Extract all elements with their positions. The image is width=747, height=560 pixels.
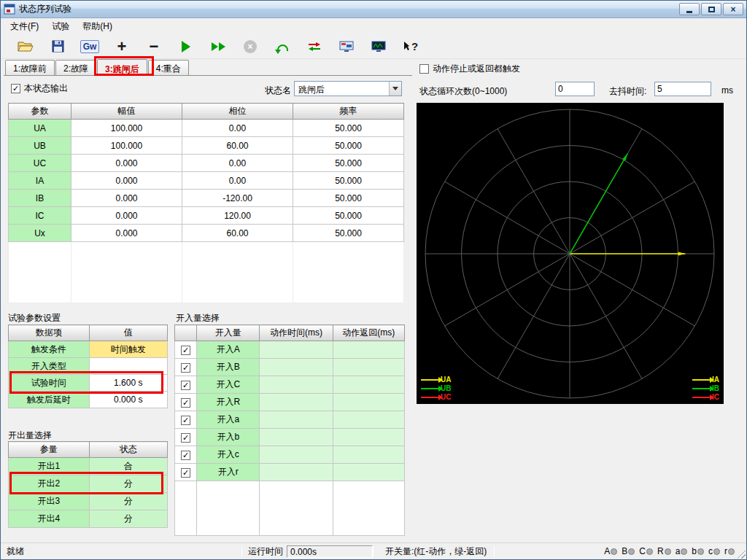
save-button[interactable] bbox=[42, 36, 74, 57]
phase-cell[interactable]: -120.00 bbox=[182, 190, 293, 207]
maximize-button[interactable] bbox=[701, 3, 721, 15]
amplitude-cell[interactable]: 0.000 bbox=[71, 207, 182, 225]
run-button[interactable] bbox=[170, 36, 202, 57]
input-checkbox-cell[interactable]: ✓ bbox=[175, 341, 197, 359]
output-state-cell[interactable]: 分 bbox=[89, 510, 168, 528]
menu-item[interactable]: 试验 bbox=[45, 18, 76, 35]
output-state-cell[interactable]: 合 bbox=[89, 458, 168, 475]
amplitude-cell[interactable]: 100.000 bbox=[71, 137, 182, 155]
gw-icon: Gw bbox=[80, 40, 100, 53]
action-return-cell bbox=[333, 359, 404, 376]
input-checkbox-cell[interactable]: ✓ bbox=[175, 394, 197, 411]
row-checkbox[interactable]: ✓ bbox=[181, 451, 190, 460]
input-checkbox-cell[interactable]: ✓ bbox=[175, 446, 197, 464]
state-name-select[interactable]: 跳闸后 bbox=[294, 81, 402, 96]
phasor-grid bbox=[417, 103, 724, 404]
amplitude-cell[interactable]: 100.000 bbox=[71, 120, 182, 137]
waveform-display-button[interactable] bbox=[363, 36, 395, 57]
table-header-row: 数据项 值 bbox=[9, 325, 168, 341]
value-cell[interactable]: 1.600 s bbox=[89, 375, 168, 392]
row-checkbox[interactable]: ✓ bbox=[181, 363, 190, 373]
row-checkbox[interactable]: ✓ bbox=[181, 381, 190, 390]
amplitude-cell[interactable]: 0.000 bbox=[71, 225, 182, 242]
row-checkbox[interactable]: ✓ bbox=[181, 416, 190, 425]
phase-cell[interactable]: 0.00 bbox=[182, 172, 293, 190]
indicator-dot bbox=[697, 548, 704, 555]
phase-cell[interactable]: 60.00 bbox=[182, 137, 293, 155]
col-header-amplitude: 幅值 bbox=[71, 104, 182, 120]
amplitude-cell[interactable]: 0.000 bbox=[71, 172, 182, 190]
switch-indicator: R bbox=[657, 546, 671, 556]
output-select-table: 参量 状态 开出1 合 开出2 分 开出3 分 bbox=[8, 441, 168, 528]
menu-item[interactable]: 帮助(H) bbox=[76, 18, 119, 35]
state-tab[interactable]: 1:故障前 bbox=[5, 60, 55, 75]
check-icon: ✓ bbox=[182, 363, 189, 372]
input-row: ✓ 开入C bbox=[175, 376, 405, 394]
state-tab[interactable]: 4:重合 bbox=[148, 60, 189, 75]
resize-grip[interactable] bbox=[736, 549, 746, 559]
action-time-cell bbox=[260, 411, 333, 429]
undo-button[interactable] bbox=[266, 36, 298, 57]
add-button[interactable]: + bbox=[106, 36, 138, 57]
menu-item[interactable]: 文件(F) bbox=[4, 18, 45, 35]
input-checkbox-cell[interactable]: ✓ bbox=[175, 376, 197, 394]
phase-cell[interactable]: 0.00 bbox=[182, 120, 293, 137]
param-name-cell: UA bbox=[9, 120, 71, 137]
debounce-label: 去抖时间: bbox=[609, 85, 646, 98]
row-checkbox[interactable]: ✓ bbox=[181, 433, 190, 443]
input-checkbox-cell[interactable]: ✓ bbox=[175, 464, 197, 481]
help-button[interactable]: ? bbox=[395, 36, 427, 57]
adjust-button[interactable] bbox=[298, 36, 330, 57]
debounce-input[interactable] bbox=[654, 82, 711, 96]
phase-cell[interactable]: 120.00 bbox=[182, 207, 293, 225]
remove-button[interactable]: − bbox=[138, 36, 170, 57]
input-checkbox-cell[interactable]: ✓ bbox=[175, 411, 197, 429]
value-cell[interactable]: 0.000 s bbox=[89, 392, 168, 408]
frequency-cell[interactable]: 50.000 bbox=[293, 190, 404, 207]
run-continuous-button[interactable] bbox=[202, 36, 234, 57]
tab-strip: 1:故障前2:故障3:跳闸后4:重合 bbox=[4, 59, 412, 76]
state-tab[interactable]: 2:故障 bbox=[55, 60, 96, 75]
state-tab[interactable]: 3:跳闸后 bbox=[97, 59, 147, 76]
display-settings-button[interactable] bbox=[330, 36, 363, 57]
row-checkbox[interactable]: ✓ bbox=[181, 346, 190, 355]
loop-count-input[interactable] bbox=[555, 82, 595, 96]
frequency-cell[interactable]: 50.000 bbox=[293, 172, 404, 190]
value-cell[interactable]: 时间触发 bbox=[89, 341, 168, 358]
table-header-row: 参量 状态 bbox=[9, 442, 168, 458]
waveform-settings-button[interactable]: Gw bbox=[74, 36, 106, 57]
waveform-display-icon bbox=[371, 41, 386, 52]
context-help-icon: ? bbox=[403, 40, 418, 52]
input-checkbox-cell[interactable]: ✓ bbox=[175, 359, 197, 376]
frequency-cell[interactable]: 50.000 bbox=[293, 155, 404, 172]
stop-button[interactable]: × bbox=[234, 36, 266, 57]
output-state-cell[interactable]: 分 bbox=[89, 493, 168, 510]
frequency-cell[interactable]: 50.000 bbox=[293, 225, 404, 242]
frequency-cell[interactable]: 50.000 bbox=[293, 137, 404, 155]
input-row: ✓ 开入B bbox=[175, 359, 405, 376]
minimize-button[interactable] bbox=[679, 3, 700, 15]
test-params-title: 试验参数设置 bbox=[8, 312, 61, 324]
chevron-down-icon[interactable] bbox=[389, 82, 401, 96]
frequency-cell[interactable]: 50.000 bbox=[293, 207, 404, 225]
frequency-cell[interactable]: 50.000 bbox=[293, 120, 404, 137]
phase-cell[interactable]: 0.00 bbox=[182, 155, 293, 172]
amplitude-cell[interactable]: 0.000 bbox=[71, 190, 182, 207]
trigger-on-both-checkbox[interactable]: ✓ 动作停止或返回都触发 bbox=[419, 63, 520, 75]
open-folder-icon bbox=[18, 41, 34, 52]
state-output-checkbox[interactable]: ✓ 本状态输出 bbox=[11, 82, 68, 95]
row-checkbox[interactable]: ✓ bbox=[181, 468, 190, 478]
open-button[interactable] bbox=[9, 36, 42, 57]
col-header-data-item: 数据项 bbox=[9, 325, 90, 341]
row-checkbox[interactable]: ✓ bbox=[181, 398, 190, 408]
input-checkbox-cell[interactable]: ✓ bbox=[175, 429, 197, 446]
data-item-cell: 开入类型 bbox=[9, 358, 90, 375]
phase-cell[interactable]: 60.00 bbox=[182, 225, 293, 242]
amplitude-cell[interactable]: 0.000 bbox=[71, 155, 182, 172]
legend-item: UB bbox=[421, 384, 451, 392]
data-item-cell: 触发后延时 bbox=[9, 392, 90, 408]
value-cell[interactable] bbox=[89, 358, 168, 375]
output-state-cell[interactable]: 分 bbox=[89, 475, 168, 493]
empty-filler-row bbox=[9, 242, 404, 303]
close-button[interactable]: × bbox=[723, 3, 743, 15]
